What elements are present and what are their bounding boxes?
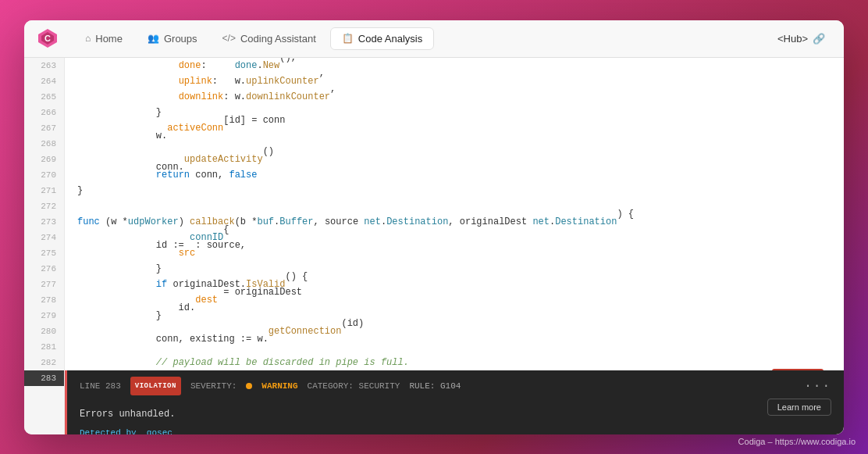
main-window: C ⌂ Home 👥 Groups </> Coding Assistant 📋: [24, 20, 844, 434]
violation-container: conn.writer.WriteMultiBuffer(buf.MultiBu…: [65, 370, 844, 386]
home-icon: ⌂: [85, 33, 91, 44]
code-line-272: [65, 198, 844, 214]
code-line-278: id.dest = originalDest: [65, 292, 844, 308]
line-272: 272: [24, 198, 64, 214]
learn-more-button[interactable]: Learn more: [767, 399, 831, 416]
line-275: 275: [24, 245, 64, 261]
code-line-270: return conn, false: [65, 167, 844, 183]
line-274: 274: [24, 230, 64, 245]
code-content: done: done.New(), uplink: w.uplinkCounte…: [65, 58, 844, 417]
line-265: 265: [24, 89, 64, 105]
code-line-271: }: [65, 183, 844, 198]
violation-status-badge: VIOLATION: [130, 377, 181, 395]
code-line-274: id := connID{: [65, 230, 844, 245]
analysis-icon: 📋: [342, 33, 354, 44]
nav-home[interactable]: ⌂ Home: [74, 28, 133, 49]
violation-body: Errors unhandled. Detected by gosec Lear…: [67, 402, 844, 434]
code-area: done: done.New(), uplink: w.uplinkCounte…: [65, 58, 844, 434]
nav-code-analysis-label: Code Analysis: [358, 33, 422, 45]
line-280: 280: [24, 324, 64, 339]
line-271: 271: [24, 183, 64, 198]
nav-coding-assistant-label: Coding Assistant: [240, 33, 316, 45]
violation-detected: Detected by gosec: [80, 425, 175, 434]
nav-home-label: Home: [95, 33, 123, 45]
violation-popup: LINE 283 VIOLATION SEVERITY: WARNING CAT…: [65, 370, 844, 434]
nav-code-analysis[interactable]: 📋 Code Analysis: [330, 27, 434, 50]
nav-coding-assistant[interactable]: </> Coding Assistant: [212, 28, 327, 49]
severity-value: WARNING: [261, 378, 297, 394]
violation-line-label: LINE 283: [80, 378, 121, 394]
titlebar: C ⌂ Home 👥 Groups </> Coding Assistant 📋: [24, 20, 844, 58]
footer: Codiga – https://www.codiga.io: [738, 434, 856, 448]
violation-header: LINE 283 VIOLATION SEVERITY: WARNING CAT…: [67, 370, 844, 402]
line-278: 278: [24, 292, 64, 308]
nav-tabs: ⌂ Home 👥 Groups </> Coding Assistant 📋 C…: [74, 27, 771, 50]
rule-label: RULE: G104: [409, 378, 461, 394]
line-266: 266: [24, 105, 64, 120]
severity-dot: [246, 383, 252, 389]
line-273: 273: [24, 214, 64, 230]
line-263: 263: [24, 58, 64, 73]
code-line-264: uplink: w.uplinkCounter,: [65, 73, 844, 89]
line-279: 279: [24, 308, 64, 324]
code-line-269: conn.updateActivity(): [65, 152, 844, 167]
code-line-266: }: [65, 105, 844, 120]
line-numbers: 263 264 265 266 267 268 269 270 271 272 …: [24, 58, 65, 434]
content-area: 263 264 265 266 267 268 269 270 271 272 …: [24, 58, 844, 434]
hub-icon: 🔗: [813, 33, 825, 45]
category-label: CATEGORY: SECURITY: [308, 378, 400, 394]
line-264: 264: [24, 73, 64, 89]
code-line-267: w.activeConn[id] = conn: [65, 120, 844, 136]
svg-text:C: C: [44, 34, 51, 43]
severity-label: SEVERITY:: [190, 378, 237, 394]
code-line-280: conn, existing := w.getConnection(id): [65, 324, 844, 339]
footer-text: Codiga – https://www.codiga.io: [738, 437, 856, 446]
logo: C: [37, 27, 59, 49]
line-267: 267: [24, 120, 64, 136]
line-276: 276: [24, 261, 64, 277]
detected-by-tool: gosec: [147, 428, 173, 434]
detected-by-label: Detected by: [80, 428, 137, 434]
line-268: 268: [24, 136, 64, 152]
code-line-263: done: done.New(),: [65, 58, 844, 73]
nav-groups-label: Groups: [164, 33, 197, 45]
line-281: 281: [24, 339, 64, 355]
line-270: 270: [24, 167, 64, 183]
more-options-icon[interactable]: ···: [804, 378, 831, 394]
nav-groups[interactable]: 👥 Groups: [137, 28, 208, 49]
code-line-265: downlink: w.downlinkCounter,: [65, 89, 844, 105]
hub-button[interactable]: <Hub> 🔗: [771, 30, 831, 48]
line-282: 282: [24, 355, 64, 370]
hub-label: <Hub>: [777, 33, 808, 45]
line-283: 283: [24, 370, 64, 386]
coding-icon: </>: [222, 33, 236, 44]
groups-icon: 👥: [148, 33, 159, 44]
violation-error-text: Errors unhandled.: [80, 406, 175, 422]
line-269: 269: [24, 152, 64, 167]
code-line-275: src: source,: [65, 245, 844, 261]
code-line-276: }: [65, 261, 844, 277]
line-277: 277: [24, 277, 64, 292]
